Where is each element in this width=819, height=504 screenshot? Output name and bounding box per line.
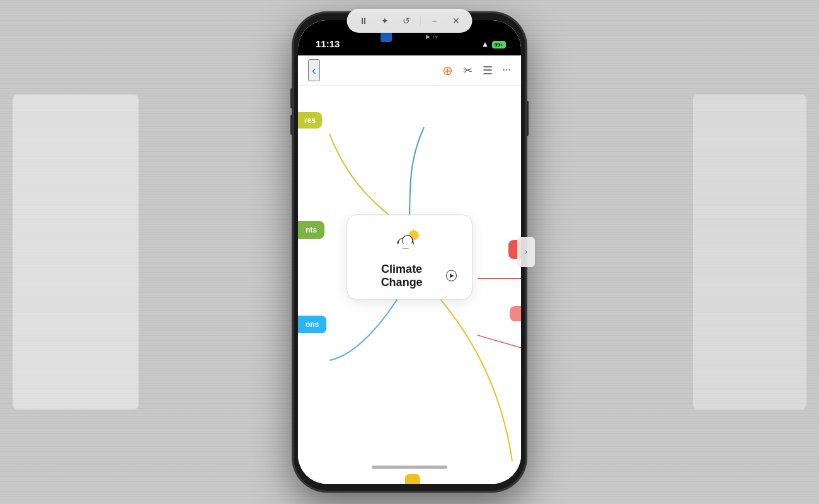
svg-rect-7 bbox=[398, 243, 414, 248]
cloud-svg bbox=[394, 228, 425, 251]
app-toolbar-icons: ⊕ ✂ ☰ ··· bbox=[442, 63, 512, 78]
branch-node-right-bottom[interactable] bbox=[510, 306, 521, 321]
battery-badge: 99+ bbox=[492, 41, 506, 49]
svg-line-2 bbox=[417, 231, 418, 232]
mindmap-canvas[interactable]: res nts ons bbox=[298, 86, 521, 484]
orbit-icon[interactable]: ⊕ bbox=[442, 63, 453, 78]
status-right: ▲ 99+ bbox=[481, 40, 506, 49]
bg-panel-right bbox=[693, 94, 806, 410]
window-toolbar: ⏸ ✦ ↺ − ✕ bbox=[347, 9, 472, 33]
power-button[interactable] bbox=[526, 101, 529, 136]
back-button[interactable]: ‹ bbox=[308, 59, 320, 81]
toolbar-divider bbox=[420, 16, 421, 26]
home-indicator bbox=[372, 466, 447, 469]
cloud-icon bbox=[362, 227, 457, 257]
central-node-title: Climate Change ▶ bbox=[362, 262, 457, 289]
wifi-icon: ▲ bbox=[481, 40, 489, 49]
branch-node-bottom[interactable] bbox=[405, 474, 420, 484]
central-node-text: Climate Change bbox=[362, 262, 441, 289]
branch-node-events[interactable]: nts bbox=[298, 221, 324, 239]
phone-screen: ▶ tv 11:13 ▲ 99+ ‹ ⊕ ✂ ☰ bbox=[298, 20, 521, 484]
edit-icon[interactable]: ✂ bbox=[463, 64, 472, 77]
play-icon[interactable]: ▶ bbox=[446, 270, 457, 281]
dynamic-island-label: ▶ tv bbox=[426, 33, 438, 40]
phone-body: ▶ tv 11:13 ▲ 99+ ‹ ⊕ ✂ ☰ bbox=[293, 13, 526, 491]
refresh-button[interactable]: ↺ bbox=[398, 12, 415, 30]
close-button[interactable]: ✕ bbox=[447, 12, 465, 30]
phone-wrapper: ▶ tv 11:13 ▲ 99+ ‹ ⊕ ✂ ☰ bbox=[293, 13, 526, 491]
minimize-button[interactable]: − bbox=[426, 12, 444, 30]
pause-button[interactable]: ⏸ bbox=[355, 12, 372, 30]
list-icon[interactable]: ☰ bbox=[483, 64, 493, 77]
star-button[interactable]: ✦ bbox=[376, 12, 394, 30]
central-node[interactable]: Climate Change ▶ bbox=[346, 214, 472, 299]
app-toolbar: ‹ ⊕ ✂ ☰ ··· bbox=[298, 55, 521, 86]
scroll-right-arrow[interactable]: › bbox=[517, 237, 535, 267]
more-icon[interactable]: ··· bbox=[503, 64, 512, 77]
status-time: 11:13 bbox=[316, 38, 340, 49]
bg-panel-left bbox=[13, 94, 139, 410]
branch-node-resources[interactable]: res bbox=[298, 112, 322, 129]
branch-node-solutions[interactable]: ons bbox=[298, 316, 326, 333]
